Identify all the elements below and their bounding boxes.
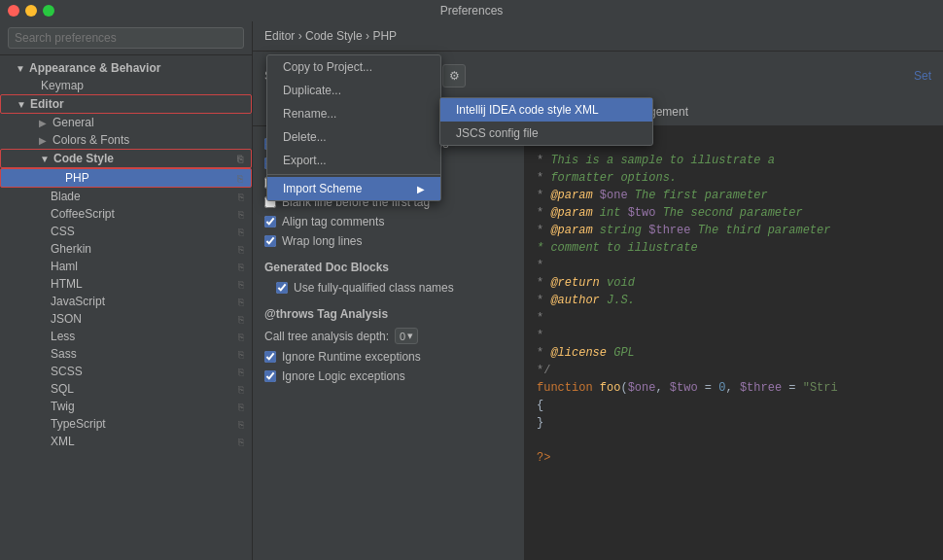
chevron-right-icon: ▶ bbox=[39, 135, 49, 146]
option-ignore-logic[interactable]: Ignore Logic exceptions bbox=[264, 367, 512, 386]
option-ignore-runtime[interactable]: Ignore Runtime exceptions bbox=[264, 347, 512, 367]
copy-icon: ⎘ bbox=[238, 384, 244, 395]
copy-icon: ⎘ bbox=[238, 419, 244, 430]
dropdown-rename[interactable]: Rename... bbox=[267, 102, 440, 125]
code-line: * formatter options. bbox=[537, 169, 931, 187]
ignore-logic-checkbox[interactable] bbox=[264, 370, 276, 382]
code-line bbox=[537, 432, 931, 449]
sidebar-item-html[interactable]: HTML ⎘ bbox=[0, 275, 252, 293]
code-panel: /** * This is a sample to illustrate a *… bbox=[525, 126, 943, 560]
submenu-jscs-config[interactable]: JSCS config file bbox=[440, 122, 652, 145]
use-qualified-checkbox[interactable] bbox=[276, 282, 288, 294]
gear-button[interactable]: ⚙ bbox=[442, 64, 466, 88]
sidebar-item-php[interactable]: PHP ⎘ bbox=[0, 168, 252, 188]
code-line: * bbox=[537, 257, 931, 274]
chevron-down-icon: ▾ bbox=[407, 330, 413, 342]
sidebar-item-code-style[interactable]: ▼ Code Style ⎘ bbox=[0, 149, 252, 168]
sidebar-item-twig[interactable]: Twig ⎘ bbox=[0, 398, 252, 415]
submenu-intellij-xml[interactable]: Intellij IDEA code style XML bbox=[440, 98, 652, 122]
search-input[interactable] bbox=[8, 27, 244, 49]
chevron-down-icon: ▼ bbox=[16, 63, 25, 74]
option-wrap-long[interactable]: Wrap long lines bbox=[264, 231, 512, 251]
chevron-down-icon: ▼ bbox=[17, 99, 26, 110]
sidebar-item-coffeescript[interactable]: CoffeeScript ⎘ bbox=[0, 205, 252, 223]
code-line: * This is a sample to illustrate a bbox=[537, 152, 931, 169]
sidebar-item-haml[interactable]: Haml ⎘ bbox=[0, 258, 252, 275]
ignore-runtime-checkbox[interactable] bbox=[264, 351, 276, 363]
dropdown-delete[interactable]: Delete... bbox=[267, 125, 440, 149]
import-submenu[interactable]: Intellij IDEA code style XML JSCS config… bbox=[439, 97, 653, 146]
code-line: ?> bbox=[537, 449, 931, 467]
sidebar-item-typescript[interactable]: TypeScript ⎘ bbox=[0, 415, 252, 433]
dropdown-divider bbox=[267, 174, 440, 175]
sidebar-item-gherkin[interactable]: Gherkin ⎘ bbox=[0, 240, 252, 258]
code-line: function foo($one, $two = 0, $three = "S… bbox=[537, 379, 931, 397]
sidebar-content: ▼ Appearance & Behavior Keymap ▼ Editor … bbox=[0, 55, 252, 560]
code-line: * bbox=[537, 327, 931, 344]
sidebar-item-sass[interactable]: Sass ⎘ bbox=[0, 345, 252, 363]
sidebar-item-css[interactable]: CSS ⎘ bbox=[0, 223, 252, 240]
set-link[interactable]: Set bbox=[914, 69, 931, 83]
traffic-lights bbox=[8, 5, 54, 17]
copy-icon: ⎘ bbox=[238, 279, 244, 290]
use-qualified-label: Use fully-qualified class names bbox=[294, 281, 454, 295]
sidebar-item-sql[interactable]: SQL ⎘ bbox=[0, 380, 252, 398]
align-tag-comments-checkbox[interactable] bbox=[264, 216, 276, 228]
chevron-down-icon: ▼ bbox=[40, 154, 50, 164]
copy-icon: ⎘ bbox=[238, 437, 244, 447]
sidebar-item-general[interactable]: ▶ General bbox=[0, 114, 252, 131]
spacer-icon bbox=[52, 173, 61, 184]
wrap-long-label: Wrap long lines bbox=[282, 234, 363, 248]
option-align-tag-comments[interactable]: Align tag comments bbox=[264, 212, 512, 231]
maximize-button[interactable] bbox=[43, 5, 54, 17]
sidebar-item-javascript[interactable]: JavaScript ⎘ bbox=[0, 293, 252, 310]
minimize-button[interactable] bbox=[25, 5, 37, 17]
code-line: * @author J.S. bbox=[537, 292, 931, 309]
gear-dropdown-menu[interactable]: Copy to Project... Duplicate... Rename..… bbox=[266, 54, 441, 201]
code-line: * @param int $two The second parameter bbox=[537, 204, 931, 222]
sidebar-item-editor[interactable]: ▼ Editor bbox=[0, 94, 252, 114]
copy-icon: ⎘ bbox=[238, 209, 244, 220]
ignore-runtime-label: Ignore Runtime exceptions bbox=[282, 350, 421, 364]
copy-icon: ⎘ bbox=[238, 297, 244, 307]
sidebar-item-scss[interactable]: SCSS ⎘ bbox=[0, 363, 252, 380]
align-tag-comments-label: Align tag comments bbox=[282, 215, 384, 228]
copy-icon: ⎘ bbox=[238, 367, 244, 377]
sidebar-item-blade[interactable]: Blade ⎘ bbox=[0, 188, 252, 205]
depth-value: 0 bbox=[400, 331, 405, 342]
dropdown-import-scheme[interactable]: Import Scheme ▶ bbox=[267, 177, 440, 200]
code-line: * @param string $three The third paramet… bbox=[537, 222, 931, 239]
titlebar: Preferences bbox=[0, 0, 943, 21]
dropdown-export[interactable]: Export... bbox=[267, 149, 440, 172]
code-line: * @license GPL bbox=[537, 344, 931, 362]
copy-icon: ⎘ bbox=[238, 332, 244, 342]
dropdown-duplicate[interactable]: Duplicate... bbox=[267, 79, 440, 102]
sidebar-item-json[interactable]: JSON ⎘ bbox=[0, 310, 252, 328]
throws-header: @throws Tag Analysis bbox=[264, 307, 512, 321]
copy-icon: ⎘ bbox=[238, 192, 244, 202]
generated-doc-blocks-header: Generated Doc Blocks bbox=[264, 261, 512, 274]
sidebar-item-less[interactable]: Less ⎘ bbox=[0, 328, 252, 345]
copy-icon: ⎘ bbox=[238, 244, 244, 255]
breadcrumb: Editor › Code Style › PHP bbox=[253, 21, 943, 52]
sidebar-item-keymap[interactable]: Keymap bbox=[0, 77, 252, 94]
sidebar: ▼ Appearance & Behavior Keymap ▼ Editor … bbox=[0, 21, 253, 560]
sidebar-item-appearance-behavior[interactable]: ▼ Appearance & Behavior bbox=[0, 59, 252, 77]
depth-label: Call tree analysis depth: bbox=[264, 330, 389, 343]
import-scheme-label: Import Scheme bbox=[283, 182, 362, 195]
wrap-long-checkbox[interactable] bbox=[264, 235, 276, 247]
depth-select[interactable]: 0 ▾ bbox=[395, 328, 418, 344]
code-line: * comment to illustrate bbox=[537, 239, 931, 257]
sidebar-item-colors-fonts[interactable]: ▶ Colors & Fonts bbox=[0, 131, 252, 149]
window-title: Preferences bbox=[440, 4, 504, 18]
sidebar-item-xml[interactable]: XML ⎘ bbox=[0, 433, 252, 450]
code-line: * @return void bbox=[537, 274, 931, 292]
code-line: */ bbox=[537, 362, 931, 379]
code-line: * bbox=[537, 309, 931, 327]
copy-icon: ⎘ bbox=[238, 402, 244, 412]
close-button[interactable] bbox=[8, 5, 19, 17]
copy-icon: ⎘ bbox=[238, 227, 244, 237]
dropdown-copy-to-project[interactable]: Copy to Project... bbox=[267, 55, 440, 79]
search-box[interactable] bbox=[0, 21, 252, 55]
option-use-qualified[interactable]: Use fully-qualified class names bbox=[276, 278, 512, 298]
